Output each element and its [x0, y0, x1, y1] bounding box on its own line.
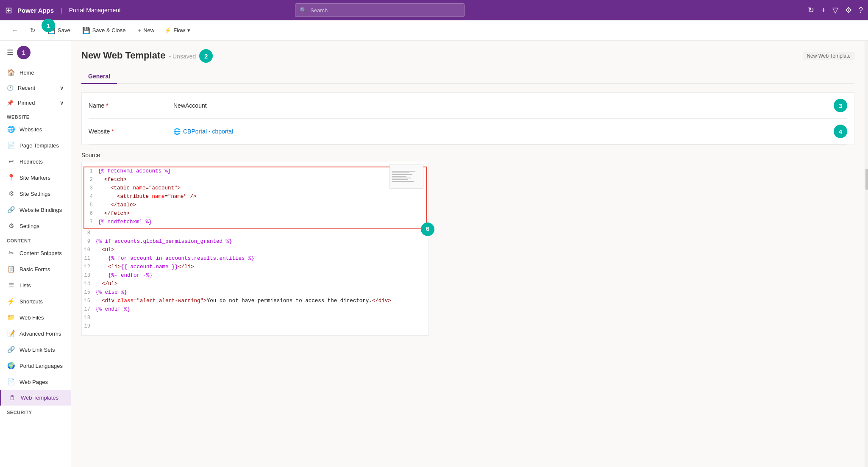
sidebar-top: ☰ 1	[0, 41, 71, 64]
code-line-5: 5 </table>	[84, 202, 426, 211]
main-layout: ☰ 1 🏠 Home 🕐 Recent ∨ 📌 Pinned ∨ Website…	[0, 41, 868, 467]
sidebar-item-lists[interactable]: ☰ Lists	[0, 277, 71, 293]
web-link-sets-icon: 🔗	[7, 346, 15, 353]
website-value: 🌐 CBPortal - cbportal	[173, 128, 834, 135]
site-settings-icon: ⚙	[7, 190, 15, 197]
settings-icon: ⚙	[7, 222, 15, 230]
search-input[interactable]	[310, 7, 460, 14]
sidebar: ☰ 1 🏠 Home 🕐 Recent ∨ 📌 Pinned ∨ Website…	[0, 41, 71, 467]
search-bar[interactable]: 🔍	[295, 3, 465, 17]
content-area: New Web Template - Unsaved 2 New Web Tem…	[71, 41, 865, 467]
page-templates-icon: 📄	[7, 142, 15, 149]
sidebar-item-site-markers[interactable]: 📍 Site Markers	[0, 170, 71, 186]
tabs: General	[81, 69, 854, 84]
shortcuts-icon: ⚡	[7, 297, 15, 305]
sidebar-item-shortcuts[interactable]: ⚡ Shortcuts	[0, 293, 71, 309]
code-line-8: 8	[82, 230, 428, 239]
flow-button[interactable]: ⚡ Flow ▾	[161, 25, 193, 36]
sidebar-item-websites[interactable]: 🌐 Websites	[0, 121, 71, 137]
refresh-button[interactable]: ↻	[25, 24, 41, 37]
sidebar-item-home[interactable]: 🏠 Home	[0, 64, 71, 81]
code-line-13: 13 {%- endfor -%}	[82, 272, 428, 281]
required-indicator: *	[106, 102, 108, 109]
filter-icon[interactable]: ▽	[832, 6, 838, 15]
top-navigation: ⊞ Power Apps | Portal Management 🔍 ↻ + ▽…	[0, 0, 868, 20]
expand-icon: ∨	[60, 100, 64, 106]
help-icon[interactable]: ?	[859, 6, 863, 15]
add-icon[interactable]: +	[821, 6, 826, 15]
site-markers-icon: 📍	[7, 174, 15, 181]
hamburger-icon[interactable]: ☰	[7, 48, 14, 57]
avatar: 1	[17, 46, 31, 59]
code-line-14: 14 </ul>	[82, 281, 428, 289]
sidebar-item-web-templates[interactable]: 🗒 Web Templates	[0, 390, 71, 406]
code-line-2: 2 <fetch>	[84, 177, 426, 185]
portal-languages-icon: 🌍	[7, 362, 15, 370]
section-website: Website	[0, 110, 71, 121]
page-unsaved: - Unsaved	[169, 53, 196, 60]
sidebar-item-pinned[interactable]: 📌 Pinned ∨	[0, 95, 71, 110]
websites-icon: 🌐	[7, 125, 15, 133]
sidebar-item-recent[interactable]: 🕐 Recent ∨	[0, 81, 71, 95]
website-bindings-icon: 🔗	[7, 206, 15, 214]
nav-actions: ↻ + ▽ ⚙ ?	[808, 6, 863, 15]
refresh-icon[interactable]: ↻	[808, 6, 814, 15]
refresh-icon: ↻	[30, 27, 36, 34]
advanced-forms-icon: 📝	[7, 330, 15, 337]
code-thumbnail	[389, 164, 423, 189]
page-title: New Web Template	[81, 50, 165, 61]
tab-general[interactable]: General	[81, 69, 117, 84]
code-line-10: 10 <ul>	[82, 247, 428, 256]
sidebar-item-portal-languages[interactable]: 🌍 Portal Languages	[0, 358, 71, 374]
recent-icon: 🕐	[7, 85, 14, 91]
back-button[interactable]: ←	[7, 24, 23, 36]
step-badge-2: 2	[199, 49, 213, 63]
sidebar-item-website-bindings[interactable]: 🔗 Website Bindings	[0, 202, 71, 218]
redirects-icon: ↩	[7, 158, 15, 165]
sidebar-item-web-link-sets[interactable]: 🔗 Web Link Sets	[0, 342, 71, 358]
web-pages-icon: 📄	[7, 378, 15, 386]
step-badge-6: 6	[421, 222, 434, 236]
sidebar-item-basic-forms[interactable]: 📋 Basic Forms	[0, 261, 71, 277]
sidebar-item-page-templates[interactable]: 📄 Page Templates	[0, 137, 71, 153]
content-snippets-icon: ✂	[7, 249, 15, 257]
code-editor[interactable]: 1 {% fetchxml accounts %} 2 <fetch> 3 <t…	[81, 162, 429, 336]
sidebar-item-settings[interactable]: ⚙ Settings	[0, 218, 71, 234]
pin-icon: 📌	[7, 100, 14, 106]
scrollbar[interactable]	[865, 41, 868, 467]
web-files-icon: 📁	[7, 314, 15, 321]
portal-name: Portal Management	[69, 7, 121, 14]
website-link[interactable]: 🌐 CBPortal - cbportal	[173, 128, 834, 135]
form-fields: Name * NewAccount 3 Website * 🌐	[81, 92, 854, 145]
code-editor-container: 1 {% fetchxml accounts %} 2 <fetch> 3 <t…	[81, 162, 854, 336]
code-line-16: 16 <div class="alert alert-warning">You …	[82, 298, 428, 306]
code-line-4: 4 <attribute name="name" />	[84, 194, 426, 202]
sidebar-item-advanced-forms[interactable]: 📝 Advanced Forms	[0, 325, 71, 342]
grid-icon[interactable]: ⊞	[5, 5, 12, 15]
sidebar-item-site-settings[interactable]: ⚙ Site Settings	[0, 186, 71, 202]
add-icon: +	[137, 27, 141, 34]
save-close-button[interactable]: 💾 Save & Close	[77, 24, 131, 37]
basic-forms-icon: 📋	[7, 265, 15, 273]
sidebar-item-web-files[interactable]: 📁 Web Files	[0, 309, 71, 325]
code-line-1: 1 {% fetchxml accounts %}	[84, 168, 426, 177]
scroll-thumb	[865, 169, 868, 190]
step-badge-3: 3	[834, 99, 847, 112]
sidebar-item-content-snippets[interactable]: ✂ Content Snippets	[0, 245, 71, 261]
step-badge-1: 1	[42, 19, 55, 32]
expand-icon: ∨	[60, 85, 64, 91]
web-templates-icon: 🗒	[8, 394, 17, 401]
name-field: Name * NewAccount 3	[89, 93, 847, 119]
page-title-group: New Web Template - Unsaved 2	[81, 49, 213, 63]
sidebar-item-web-pages[interactable]: 📄 Web Pages	[0, 374, 71, 390]
highlighted-code-block: 1 {% fetchxml accounts %} 2 <fetch> 3 <t…	[83, 167, 427, 229]
search-icon: 🔍	[300, 7, 307, 14]
new-button[interactable]: + New	[132, 24, 159, 36]
website-label: Website *	[89, 128, 173, 135]
toolbar: ← ↻ 💾 Save 💾 Save & Close + New ⚡ Flow ▾	[0, 20, 868, 41]
chevron-icon: ▾	[187, 27, 190, 33]
code-line-19: 19	[82, 323, 428, 332]
settings-icon[interactable]: ⚙	[845, 6, 852, 15]
website-field: Website * 🌐 CBPortal - cbportal 4	[89, 119, 847, 145]
sidebar-item-redirects[interactable]: ↩ Redirects	[0, 153, 71, 170]
